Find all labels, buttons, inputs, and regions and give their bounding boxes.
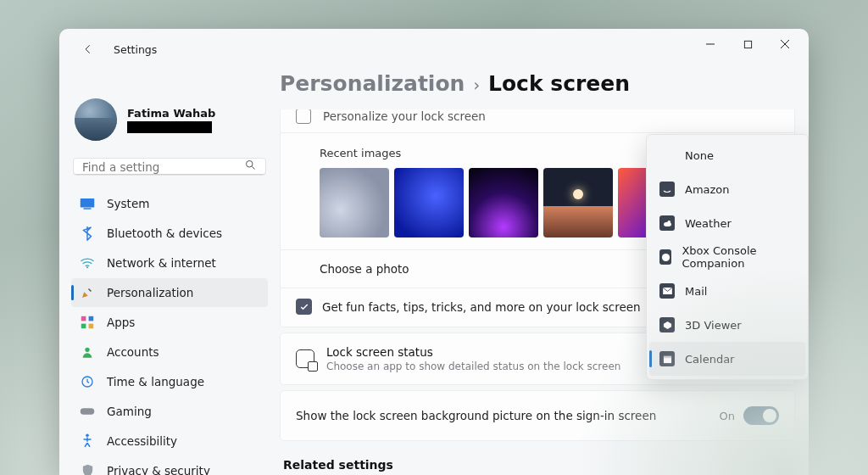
svg-rect-9 [81,316,86,321]
recent-image-thumb[interactable] [543,168,613,238]
fun-facts-row[interactable]: Get fun facts, tips, tricks, and more on… [281,288,794,327]
flyout-item-label: Weather [685,217,732,230]
sidebar-item-label: Accessibility [107,434,177,448]
personalize-label: Personalize your lock screen [323,109,486,123]
signin-bg-toggle[interactable] [743,406,779,425]
maximize-button[interactable] [729,31,766,57]
svg-rect-21 [663,355,670,362]
sidebar-item-apps[interactable]: Apps [71,308,268,337]
system-icon [80,196,95,211]
clock-icon [80,374,95,389]
svg-rect-7 [84,208,92,210]
header: Settings [75,36,157,63]
sidebar-item-label: Accounts [107,345,159,359]
mail-icon [659,283,675,299]
amazon-icon [659,182,675,197]
breadcrumb-parent[interactable]: Personalization [280,71,465,96]
related-settings-heading: Related settings [280,446,795,472]
recent-image-thumb[interactable] [394,168,464,238]
xbox-icon [659,249,671,265]
recent-image-thumb[interactable] [469,168,538,238]
svg-rect-12 [89,324,94,329]
flyout-item-calendar[interactable]: Calendar [649,342,805,376]
flyout-item-amazon[interactable]: Amazon [649,172,805,206]
flyout-item-label: Mail [685,285,707,298]
sidebar-item-system[interactable]: System [71,189,268,218]
titlebar [59,29,809,59]
back-button[interactable] [75,36,102,63]
flyout-item-xbox[interactable]: Xbox Console Companion [649,240,805,274]
close-button[interactable] [766,31,804,57]
sidebar-item-bluetooth[interactable]: Bluetooth & devices [71,219,268,248]
none-icon [659,148,675,163]
sidebar-item-privacy[interactable]: Privacy & security [71,456,268,475]
recent-image-thumb[interactable] [320,168,389,238]
svg-point-8 [86,266,88,268]
profile-name: Fatima Wahab [127,107,215,120]
toggle-state-text: On [720,410,735,422]
fun-facts-checkbox[interactable] [296,299,312,315]
fun-facts-label: Get fun facts, tips, tricks, and more on… [322,300,641,314]
sidebar-item-label: Time & language [107,375,204,388]
sidebar-item-label: Personalization [107,286,193,299]
status-app-flyout: None Amazon Weather Xbox Console Compani… [646,134,809,380]
check-icon [299,302,309,312]
flyout-item-mail[interactable]: Mail [649,274,805,308]
flyout-item-3dviewer[interactable]: 3D Viewer [649,308,805,342]
sidebar: Fatima Wahab System Bluetooth & devices [59,59,280,475]
svg-point-16 [86,433,89,437]
sidebar-item-label: Apps [107,316,135,329]
svg-point-13 [85,348,89,352]
svg-rect-22 [663,355,670,357]
flyout-item-none[interactable]: None [649,138,805,172]
sidebar-item-time-language[interactable]: Time & language [71,367,268,396]
svg-rect-10 [89,316,94,321]
flyout-item-label: Amazon [685,183,730,196]
close-icon [780,39,790,49]
svg-point-19 [662,253,670,260]
back-arrow-icon [82,43,94,55]
calendar-icon [659,351,675,366]
settings-window: Settings Fatima Wahab [59,29,809,475]
weather-icon [659,215,675,231]
svg-rect-6 [81,198,95,208]
svg-line-5 [252,166,254,169]
svg-point-4 [247,161,253,168]
gaming-icon [80,404,95,419]
main-content: Personalization › Lock screen Personaliz… [280,59,809,475]
status-subtitle: Choose an app to show detailed status on… [326,360,620,372]
status-app-icon [296,349,314,368]
personalize-row[interactable]: Personalize your lock screen [281,109,794,133]
sidebar-item-label: Network & internet [107,256,216,270]
accessibility-icon [80,433,95,449]
signin-bg-card: Show the lock screen background picture … [280,390,795,441]
apps-icon [80,315,95,330]
sidebar-item-accessibility[interactable]: Accessibility [71,427,268,455]
sidebar-item-label: Privacy & security [107,464,210,475]
sidebar-item-gaming[interactable]: Gaming [71,397,268,426]
sidebar-item-accounts[interactable]: Accounts [71,338,268,366]
profile-email-redacted [127,121,212,133]
svg-point-18 [667,220,670,223]
maximize-icon [743,40,753,49]
search-input[interactable] [82,160,244,174]
picture-icon [296,109,311,124]
recent-image-thumb[interactable] [618,168,647,238]
search-icon [244,159,257,175]
page-title: Lock screen [488,71,630,96]
lockscreen-status-card[interactable]: Lock screen status Choose an app to show… [280,332,795,385]
minimize-button[interactable] [692,31,729,57]
wifi-icon [80,255,95,271]
svg-rect-1 [744,41,751,48]
svg-rect-11 [81,324,86,329]
flyout-item-label: Calendar [685,353,734,366]
chevron-right-icon: › [473,75,480,94]
nav-list: System Bluetooth & devices Network & int… [71,189,268,475]
sidebar-item-network[interactable]: Network & internet [71,249,268,277]
status-title: Lock screen status [326,345,620,359]
flyout-item-weather[interactable]: Weather [649,206,805,240]
profile-block[interactable]: Fatima Wahab [71,98,268,153]
search-box[interactable] [73,158,266,176]
accounts-icon [80,344,95,360]
sidebar-item-personalization[interactable]: Personalization [71,278,268,307]
